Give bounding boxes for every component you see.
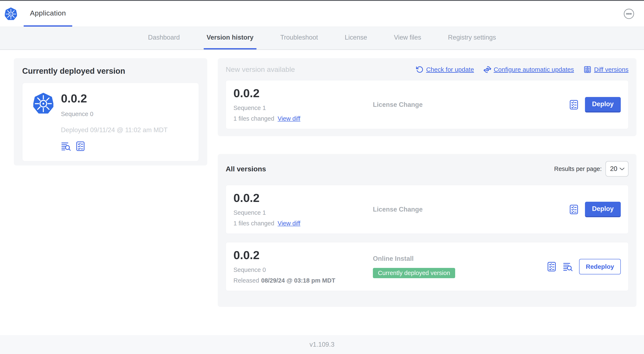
preflight-checklist-icon[interactable] (569, 100, 579, 110)
kubernetes-logo (5, 7, 17, 20)
refresh-icon (416, 66, 424, 73)
files-changed-label: 1 files changed (234, 115, 274, 122)
released-timestamp: 08/29/24 @ 03:18 pm MDT (261, 277, 336, 284)
new-version-section: New version available Check for update (218, 58, 636, 136)
ellipsis-menu-icon[interactable] (624, 8, 634, 19)
version-label: 0.0.2 (234, 192, 373, 204)
tab-registry-settings[interactable]: Registry settings (445, 27, 499, 50)
version-row: 0.0.2 Sequence 0 Released08/29/24 @ 03:1… (226, 242, 628, 291)
version-row-actions: Deploy (569, 202, 621, 217)
kubernetes-logo (33, 93, 54, 114)
deployed-version-actions (61, 141, 168, 151)
configure-automatic-updates-label: Configure automatic updates (494, 66, 574, 73)
preflight-checklist-icon[interactable] (75, 141, 86, 151)
version-history-column: New version available Check for update (218, 58, 636, 307)
per-page-value: 20 (610, 165, 617, 173)
released-line: Released08/29/24 @ 03:18 pm MDT (234, 277, 373, 284)
app-title: Application (30, 9, 66, 17)
results-per-page-label: Results per page: (554, 165, 602, 172)
version-label: 0.0.2 (234, 249, 373, 261)
all-versions-header: All versions Results per page: 20 (226, 161, 628, 177)
console-version: v1.109.3 (310, 341, 334, 348)
deploy-button[interactable]: Deploy (585, 202, 621, 217)
main-content: Currently deployed version 0.0.2 Sequenc… (0, 50, 644, 307)
new-version-row: 0.0.2 Sequence 1 1 files changed View di… (226, 80, 628, 129)
preflight-checklist-icon[interactable] (546, 261, 557, 272)
tab-troubleshoot[interactable]: Troubleshoot (278, 27, 321, 50)
tab-view-files[interactable]: View files (391, 27, 424, 50)
deployed-timestamp: Deployed 09/11/24 @ 11:02 am MDT (61, 126, 168, 134)
tab-dashboard[interactable]: Dashboard (145, 27, 183, 50)
version-row-actions: Deploy (569, 97, 621, 113)
version-source: License Change (373, 101, 569, 109)
app-tab[interactable]: Application (24, 1, 72, 27)
chevron-down-icon (619, 167, 625, 171)
version-info: 0.0.2 Sequence 1 1 files changed View di… (234, 87, 373, 122)
check-for-update-label: Check for update (426, 66, 474, 73)
view-diff-link[interactable]: View diff (278, 115, 300, 122)
diff-versions-label: Diff versions (594, 66, 628, 73)
version-info: 0.0.2 Sequence 0 Released08/29/24 @ 03:1… (234, 249, 373, 284)
version-row-actions: Redeploy (546, 259, 621, 274)
nav-tabbar: Dashboard Version history Troubleshoot L… (0, 27, 644, 50)
version-actions-links: Check for update Configure automatic upd… (416, 66, 628, 74)
tab-license[interactable]: License (342, 27, 370, 50)
files-changed-label: 1 files changed (234, 220, 274, 227)
results-per-page-select[interactable]: 20 (606, 161, 628, 177)
version-source: License Change (373, 206, 569, 213)
app-header: Application (0, 1, 644, 27)
release-notes-search-icon[interactable] (563, 261, 573, 272)
check-for-update-link[interactable]: Check for update (416, 66, 474, 73)
currently-deployed-card: Currently deployed version 0.0.2 Sequenc… (14, 58, 207, 165)
sequence-label: Sequence 0 (234, 266, 373, 273)
app-footer: v1.109.3 (0, 335, 644, 354)
version-row: 0.0.2 Sequence 1 1 files changed View di… (226, 185, 628, 234)
preflight-checklist-icon[interactable] (569, 204, 579, 215)
new-version-header: New version available Check for update (226, 65, 628, 74)
auto-update-clock-icon (484, 66, 491, 73)
currently-deployed-badge: Currently deployed version (373, 268, 455, 278)
version-label: 0.0.2 (61, 93, 168, 104)
release-notes-search-icon[interactable] (61, 141, 72, 151)
tab-version-history[interactable]: Version history (204, 27, 256, 50)
files-changed-line: 1 files changed View diff (234, 115, 373, 122)
results-per-page: Results per page: 20 (554, 161, 628, 177)
new-version-title: New version available (226, 65, 295, 74)
version-label: 0.0.2 (234, 87, 373, 99)
deployed-version-card: 0.0.2 Sequence 0 Deployed 09/11/24 @ 11:… (22, 83, 199, 161)
diff-columns-icon (584, 66, 592, 74)
all-versions-list: 0.0.2 Sequence 1 1 files changed View di… (226, 185, 628, 291)
files-changed-line: 1 files changed View diff (234, 220, 373, 227)
diff-versions-link[interactable]: Diff versions (584, 66, 628, 74)
deployed-version-info: 0.0.2 Sequence 0 Deployed 09/11/24 @ 11:… (61, 93, 168, 151)
released-label: Released (234, 277, 259, 284)
configure-automatic-updates-link[interactable]: Configure automatic updates (484, 66, 574, 73)
deploy-button[interactable]: Deploy (585, 97, 621, 113)
sequence-label: Sequence 1 (234, 209, 373, 216)
source-label: License Change (373, 206, 423, 213)
sequence-label: Sequence 0 (61, 111, 168, 118)
version-source: Online Install Currently deployed versio… (373, 255, 546, 278)
currently-deployed-title: Currently deployed version (22, 67, 199, 76)
version-info: 0.0.2 Sequence 1 1 files changed View di… (234, 192, 373, 227)
source-label: Online Install (373, 255, 414, 262)
view-diff-link[interactable]: View diff (278, 220, 300, 227)
all-versions-section: All versions Results per page: 20 (218, 154, 636, 307)
all-versions-title: All versions (226, 165, 266, 173)
sequence-label: Sequence 1 (234, 105, 373, 111)
redeploy-button[interactable]: Redeploy (579, 259, 621, 274)
application-page: Application Dashboard Version history Tr… (0, 0, 644, 354)
source-label: License Change (373, 101, 423, 109)
